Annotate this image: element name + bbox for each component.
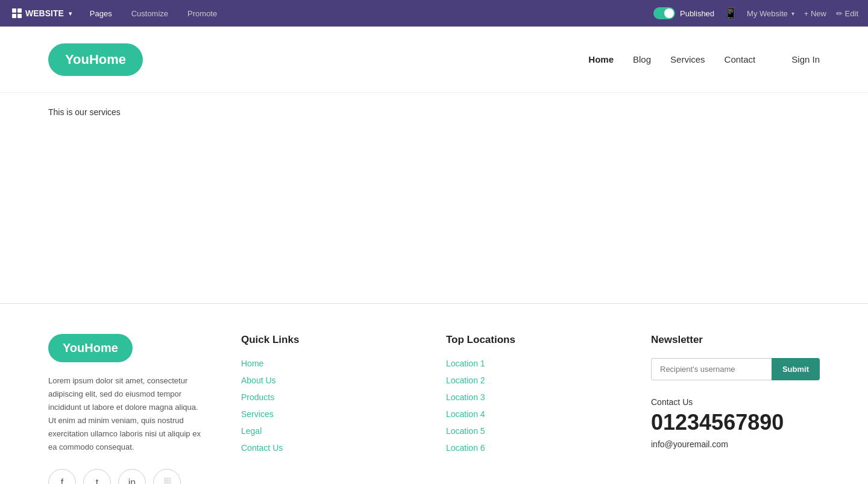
admin-nav-customize[interactable]: Customize bbox=[123, 0, 177, 27]
list-item: About Us bbox=[241, 375, 410, 386]
device-icon[interactable]: 📱 bbox=[724, 7, 737, 20]
location-5-link[interactable]: Location 5 bbox=[446, 426, 485, 436]
list-item: Home bbox=[241, 358, 410, 369]
location-6-link[interactable]: Location 6 bbox=[446, 443, 485, 453]
quick-link-products[interactable]: Products bbox=[241, 392, 274, 402]
admin-nav-pages[interactable]: Pages bbox=[81, 0, 121, 27]
footer-quick-links-column: Quick Links Home About Us Products Servi… bbox=[241, 334, 410, 453]
quick-links-list: Home About Us Products Services Legal Co… bbox=[241, 358, 410, 453]
quick-link-contact[interactable]: Contact Us bbox=[241, 443, 283, 453]
footer-logo[interactable]: YouHome bbox=[48, 334, 133, 362]
nav-blog[interactable]: Blog bbox=[633, 54, 651, 64]
admin-logo-label: WEBSITE bbox=[25, 8, 64, 18]
locations-list: Location 1 Location 2 Location 3 Locatio… bbox=[446, 358, 615, 453]
location-4-link[interactable]: Location 4 bbox=[446, 409, 485, 419]
admin-bar-left: WEBSITE ▾ Pages Customize Promote bbox=[10, 0, 653, 27]
quick-link-services[interactable]: Services bbox=[241, 409, 274, 419]
new-button[interactable]: + New bbox=[804, 9, 826, 18]
logo-squares-icon bbox=[12, 8, 22, 18]
footer-inner: YouHome Lorem ipsum dolor sit amet, cons… bbox=[48, 334, 820, 484]
edit-button[interactable]: ✏ Edit bbox=[836, 9, 858, 18]
footer-newsletter-column: Newsletter Submit Contact Us 01234567890… bbox=[651, 334, 820, 449]
footer: YouHome Lorem ipsum dolor sit amet, cons… bbox=[0, 304, 868, 484]
list-item: Location 1 bbox=[446, 358, 615, 369]
my-website-caret-icon: ▾ bbox=[791, 10, 794, 17]
footer-description: Lorem ipsum dolor sit amet, consectetur … bbox=[48, 374, 205, 454]
twitter-icon[interactable]: t bbox=[83, 469, 111, 484]
newsletter-form: Submit bbox=[651, 358, 820, 380]
list-item: Location 4 bbox=[446, 409, 615, 420]
footer-locations-column: Top Locations Location 1 Location 2 Loca… bbox=[446, 334, 615, 453]
admin-bar: WEBSITE ▾ Pages Customize Promote Publis… bbox=[0, 0, 868, 27]
newsletter-submit-button[interactable]: Submit bbox=[772, 358, 820, 380]
newsletter-title: Newsletter bbox=[651, 334, 820, 346]
sign-in-button[interactable]: Sign In bbox=[791, 54, 820, 64]
social-icons-row: f t in ░ bbox=[48, 469, 205, 484]
site-nav: Home Blog Services Contact bbox=[588, 54, 755, 64]
contact-email: info@youremail.com bbox=[651, 439, 820, 449]
site-logo[interactable]: YouHome bbox=[48, 43, 143, 76]
facebook-icon[interactable]: f bbox=[48, 469, 76, 484]
newsletter-email-input[interactable] bbox=[651, 358, 772, 380]
nav-home[interactable]: Home bbox=[588, 54, 614, 64]
site-header: YouHome Home Blog Services Contact Sign … bbox=[0, 27, 868, 93]
published-toggle[interactable] bbox=[653, 7, 675, 19]
list-item: Legal bbox=[241, 426, 410, 436]
quick-link-home[interactable]: Home bbox=[241, 359, 263, 368]
list-item: Location 2 bbox=[446, 375, 615, 386]
nav-contact[interactable]: Contact bbox=[725, 54, 756, 64]
toggle-knob bbox=[664, 8, 674, 18]
admin-nav-promote[interactable]: Promote bbox=[179, 0, 225, 27]
logo-caret-icon: ▾ bbox=[69, 10, 72, 17]
instagram-icon[interactable]: ░ bbox=[153, 469, 181, 484]
footer-brand-column: YouHome Lorem ipsum dolor sit amet, cons… bbox=[48, 334, 205, 484]
admin-bar-right: Published 📱 My Website ▾ + New ✏ Edit bbox=[653, 7, 858, 20]
list-item: Location 6 bbox=[446, 442, 615, 453]
list-item: Location 5 bbox=[446, 426, 615, 436]
admin-logo[interactable]: WEBSITE ▾ bbox=[10, 8, 79, 18]
list-item: Products bbox=[241, 392, 410, 403]
contact-phone: 01234567890 bbox=[651, 410, 820, 435]
list-item: Location 3 bbox=[446, 392, 615, 403]
contact-us-label: Contact Us bbox=[651, 397, 820, 407]
my-website-button[interactable]: My Website ▾ bbox=[747, 9, 794, 18]
content-area: This is our services bbox=[0, 93, 868, 304]
quick-links-title: Quick Links bbox=[241, 334, 410, 346]
location-3-link[interactable]: Location 3 bbox=[446, 392, 485, 402]
location-1-link[interactable]: Location 1 bbox=[446, 359, 485, 368]
quick-link-about[interactable]: About Us bbox=[241, 376, 276, 385]
published-toggle-wrapper: Published bbox=[653, 7, 714, 19]
quick-link-legal[interactable]: Legal bbox=[241, 426, 262, 436]
list-item: Contact Us bbox=[241, 442, 410, 453]
nav-services[interactable]: Services bbox=[670, 54, 705, 64]
top-locations-title: Top Locations bbox=[446, 334, 615, 346]
published-label: Published bbox=[680, 9, 714, 18]
services-text: This is our services bbox=[48, 107, 820, 117]
location-2-link[interactable]: Location 2 bbox=[446, 376, 485, 385]
list-item: Services bbox=[241, 409, 410, 420]
linkedin-icon[interactable]: in bbox=[118, 469, 146, 484]
